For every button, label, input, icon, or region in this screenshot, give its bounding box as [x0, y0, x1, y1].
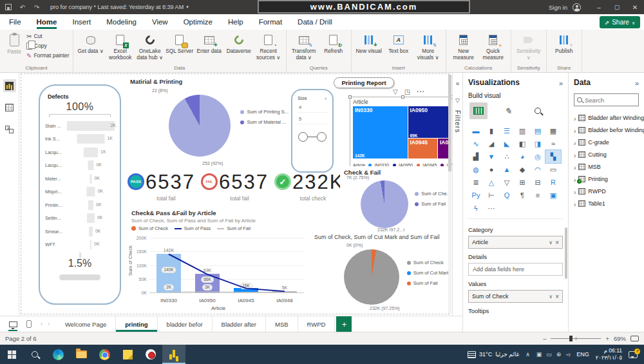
- mobile-layout-icon[interactable]: [26, 320, 32, 328]
- volume-icon[interactable]: ◅: [565, 351, 570, 358]
- pane-scrollbar[interactable]: [565, 227, 567, 279]
- data-field-row[interactable]: Cutting: [574, 148, 639, 160]
- filter-icon[interactable]: [393, 88, 398, 95]
- kpi-card[interactable]: PASS 6537 total fail: [126, 169, 192, 207]
- visual-type-button[interactable]: ▤: [530, 124, 545, 137]
- chevron-expand-icon[interactable]: [574, 112, 576, 124]
- chevron-down-icon[interactable]: [549, 239, 553, 245]
- legend-item[interactable]: Sum of Che...: [415, 191, 451, 196]
- legend-item[interactable]: Sum of Fail: [415, 201, 451, 207]
- share-button[interactable]: Share: [600, 16, 640, 28]
- sensitivity-icon-button[interactable]: Sensitivity ∨: [515, 32, 543, 61]
- search-box[interactable]: [574, 93, 639, 106]
- visual-type-button[interactable]: ▽: [499, 176, 515, 189]
- restore-button[interactable]: [608, 0, 626, 14]
- desktop-layout-icon[interactable]: [9, 321, 17, 327]
- data-field-row[interactable]: MSB: [574, 160, 639, 173]
- page-tab[interactable]: Welcome Page: [56, 316, 116, 332]
- data-field-row[interactable]: C-grade: [574, 136, 639, 148]
- funnel-row[interactable]: WFT 0K: [45, 238, 115, 252]
- funnel-row[interactable]: Ink S... 1K: [45, 133, 115, 146]
- visual-type-button[interactable]: ≈: [545, 137, 561, 150]
- funnel-row[interactable]: Mispri... 0K: [45, 186, 115, 199]
- next-page-icon[interactable]: ›: [48, 321, 50, 327]
- data-field-row[interactable]: RWPD: [574, 185, 639, 197]
- page-tab[interactable]: MSB: [266, 316, 298, 332]
- excel-workbook-icon-button[interactable]: Excel workbook: [106, 32, 135, 61]
- treemap-tile[interactable]: IA0945: [408, 139, 439, 158]
- chevron-expand-icon[interactable]: [574, 186, 576, 197]
- recent-sources-icon-button[interactable]: Recent sources ∨: [254, 32, 283, 61]
- visual-type-button[interactable]: ⊞: [515, 176, 530, 189]
- remove-field-icon[interactable]: [555, 293, 559, 300]
- chevron-expand-icon[interactable]: [574, 137, 576, 148]
- close-button[interactable]: [626, 0, 644, 14]
- remove-field-icon[interactable]: [555, 239, 559, 246]
- visual-type-button[interactable]: ∴: [499, 150, 515, 163]
- start-button[interactable]: [0, 345, 23, 364]
- slicer-range-slider[interactable]: [298, 132, 327, 142]
- chevron-expand-icon[interactable]: [574, 173, 576, 185]
- legend-item[interactable]: Sum of Printing S...: [240, 109, 289, 115]
- chevron-expand-icon[interactable]: [574, 198, 576, 209]
- funnel-row[interactable]: Settin... 0K: [45, 212, 115, 225]
- sign-in-button[interactable]: Sign in: [549, 4, 567, 11]
- data-field-row[interactable]: Bladder befor Winding: [574, 124, 639, 136]
- new-page-button[interactable]: +: [336, 316, 352, 332]
- size-slicer-visual[interactable]: Size 4 5: [291, 89, 334, 173]
- chevron-expand-icon[interactable]: [574, 161, 576, 173]
- printing-report-button[interactable]: Printing Report: [334, 77, 394, 88]
- sticky-notes-button[interactable]: [116, 345, 139, 364]
- resize-handle[interactable]: [348, 95, 352, 99]
- chevron-down-icon[interactable]: [549, 293, 553, 300]
- slicer-value[interactable]: 4: [298, 101, 327, 113]
- data-view-button[interactable]: [3, 101, 16, 114]
- visual-type-button[interactable]: ◕: [515, 150, 530, 163]
- page-tab[interactable]: Bladder after: [213, 316, 266, 332]
- taskbar-search-button[interactable]: [23, 345, 46, 364]
- visual-type-button[interactable]: ▭: [545, 163, 561, 176]
- menu-tab[interactable]: Format: [259, 15, 282, 28]
- new-measure-icon-button[interactable]: New measure: [450, 32, 478, 61]
- visual-type-button[interactable]: ◣: [499, 137, 515, 150]
- expand-filters-icon[interactable]: [456, 77, 460, 88]
- more-options-icon[interactable]: [417, 88, 425, 95]
- visual-type-button[interactable]: ▦: [545, 124, 561, 137]
- format-visual-tab[interactable]: [499, 102, 517, 119]
- report-view-button[interactable]: [3, 79, 16, 92]
- values-field-pill[interactable]: Sum of Check: [468, 290, 563, 303]
- pie-chart[interactable]: [344, 249, 399, 305]
- kpi-card[interactable]: FAIL 6537 total fail: [200, 169, 265, 207]
- network-icon[interactable]: ⊕: [556, 351, 562, 358]
- menu-tab[interactable]: Home: [37, 15, 57, 28]
- copy-button[interactable]: Copy: [26, 41, 70, 50]
- visual-type-button[interactable]: ≡: [530, 189, 545, 202]
- pie-chart[interactable]: [361, 180, 408, 228]
- power-bi-app-button[interactable]: [162, 345, 185, 364]
- notification-center-icon[interactable]: ٣: [629, 351, 638, 358]
- funnel-row[interactable]: Lacqu... 1K: [45, 146, 115, 159]
- transform-data-icon-button[interactable]: Transform data ∨: [290, 32, 318, 61]
- zoom-slider-handle[interactable]: [569, 336, 573, 341]
- funnel-row[interactable]: Lacqu... 0K: [45, 159, 115, 173]
- visual-type-button[interactable]: ☰: [499, 124, 515, 137]
- dataverse-icon-button[interactable]: Dataverse: [225, 32, 253, 55]
- visual-type-button[interactable]: ϟ: [468, 202, 484, 215]
- data-field-row[interactable]: Bladder after Winding: [574, 111, 639, 124]
- legend-item[interactable]: Sum of Pass: [175, 225, 211, 231]
- visual-type-button[interactable]: ◢: [484, 137, 499, 150]
- paste-button[interactable]: Paste: [3, 32, 25, 55]
- format-painter-button[interactable]: Format painter: [26, 51, 70, 60]
- legend-item[interactable]: Sum of Cut Mark: [407, 270, 450, 276]
- report-canvas[interactable]: Defects 100% Stain ... 2K Ink S... 1K: [19, 73, 452, 316]
- range-handle-max[interactable]: [317, 132, 327, 142]
- funnel-row[interactable]: Printin... 0K: [45, 198, 115, 212]
- tray-app-icon[interactable]: ▣: [536, 351, 542, 358]
- menu-tab[interactable]: Data / Drill: [298, 15, 332, 28]
- visual-type-button[interactable]: ≣: [468, 176, 484, 189]
- pie-chart[interactable]: [169, 95, 231, 157]
- clock[interactable]: 06:11 م ٢٠٢٣/١١/٠٥: [596, 347, 622, 361]
- visual-type-button[interactable]: ◍: [468, 163, 484, 176]
- visual-type-button[interactable]: ¶: [515, 189, 530, 202]
- visual-type-button[interactable]: ◨: [530, 137, 545, 150]
